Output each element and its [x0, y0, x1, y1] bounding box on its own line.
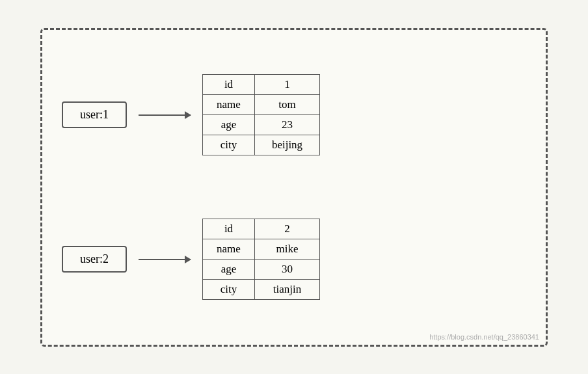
value-cell: 23 [255, 115, 320, 135]
field-cell: age [203, 260, 255, 280]
value-cell: 30 [255, 260, 320, 280]
value-cell: mike [255, 239, 320, 260]
value-cell: tom [255, 95, 320, 115]
value-cell: tianjin [255, 280, 320, 300]
table-row: city tianjin [203, 280, 320, 300]
table-row: name tom [203, 95, 320, 115]
table-row: name mike [203, 239, 320, 260]
field-cell: city [203, 135, 255, 155]
arrow-line-2 [139, 259, 191, 260]
field-cell: name [203, 95, 255, 115]
table-row: id 1 [203, 75, 320, 95]
table-row: age 30 [203, 260, 320, 280]
value-cell: 2 [255, 219, 320, 239]
key-label-1: user:1 [80, 108, 109, 121]
table-row: id 2 [203, 219, 320, 239]
watermark: https://blog.csdn.net/qq_23860341 [429, 333, 539, 341]
table-row: age 23 [203, 115, 320, 135]
data-table-2: id 2 name mike age 30 city tianjin [202, 219, 320, 300]
field-cell: id [203, 75, 255, 95]
table-row: city beijing [203, 135, 320, 155]
key-label-2: user:2 [80, 252, 109, 265]
key-box-2: user:2 [62, 246, 127, 273]
arrow-1 [139, 114, 191, 116]
record-row-1: user:1 id 1 name tom age 23 city [62, 74, 526, 155]
field-cell: age [203, 115, 255, 135]
data-table-1: id 1 name tom age 23 city beijing [202, 74, 320, 155]
arrow-2 [139, 259, 191, 260]
field-cell: city [203, 280, 255, 300]
arrow-line-1 [139, 114, 191, 116]
field-cell: name [203, 239, 255, 260]
value-cell: beijing [255, 135, 320, 155]
field-cell: id [203, 219, 255, 239]
key-box-1: user:1 [62, 101, 127, 128]
diagram-container: user:1 id 1 name tom age 23 city [40, 28, 548, 347]
record-row-2: user:2 id 2 name mike age 30 city [62, 219, 526, 300]
value-cell: 1 [255, 75, 320, 95]
